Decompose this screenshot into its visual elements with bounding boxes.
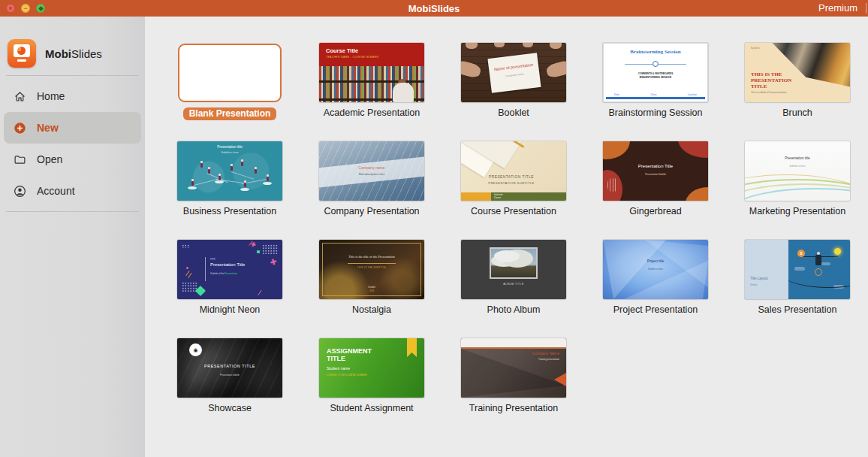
title-line: TITLE: [327, 355, 372, 362]
project-thumbnail: Project title Subtitle is here: [603, 240, 708, 299]
title-bar: × − MobiSlides Premium: [0, 0, 868, 17]
sidebar-divider-bottom: [6, 211, 139, 212]
course-thumbnail: PRESENTATION TITLE PRESENTATION SUBTITLE…: [461, 141, 566, 201]
photo-album-thumbnail: ALBUM TITLE: [461, 240, 566, 299]
template-card-company-presentation[interactable]: Company name Short description is here C…: [319, 141, 424, 219]
template-label: Booklet: [461, 107, 566, 120]
template-card-nostalgia[interactable]: This is the title of the Presentation TH…: [319, 240, 424, 317]
orange-rule: [461, 347, 566, 349]
showcase-thumbnail: ◉ PRESENTATION TITLE Presentation Subtit…: [177, 338, 282, 398]
slide-subtitle: Subtitle of the Presentation: [210, 272, 237, 275]
orange-blob-art: [686, 187, 708, 201]
slide-subtitle: Subtitle is here: [177, 151, 282, 154]
sidebar-item-new[interactable]: New: [4, 112, 141, 144]
template-grid: Blank Presentation Course Title TEACHER …: [177, 43, 868, 416]
brand-name-bold: Mobi: [45, 47, 71, 60]
template-label: Company Presentation: [319, 206, 424, 219]
orange-triangle-art: [554, 373, 566, 386]
slide-subtitle: Company name: [490, 71, 539, 80]
template-label: Gingerbread: [603, 206, 708, 219]
slide-subtitle: Subtitle is here: [603, 268, 708, 271]
template-card-academic-presentation[interactable]: Course Title TEACHER NAME - COURSE NUMBE…: [319, 43, 424, 120]
template-card-gingerbread[interactable]: Presentation Title Presentation Subtitle…: [603, 141, 708, 219]
template-card-course-presentation[interactable]: PRESENTATION TITLE PRESENTATION SUBTITLE…: [461, 141, 566, 219]
nostalgia-thumbnail: This is the title of the Presentation TH…: [319, 240, 424, 299]
template-card-student-assignment[interactable]: ASSIGNMENT TITLE Student name COURSE TIT…: [319, 338, 424, 416]
template-card-training-presentation[interactable]: Company Name Training presentation Train…: [461, 338, 566, 416]
figure-base: [263, 182, 272, 185]
corner-note: By Author: [751, 47, 760, 50]
footer-line: 2018: [319, 290, 424, 292]
dot-grid-art: [262, 244, 279, 254]
template-card-midnight-neon[interactable]: ✚ ✚ Presentation Title Subtitle of the P…: [177, 240, 282, 317]
footer-line: October: [319, 286, 424, 289]
template-card-sales-presentation[interactable]: $ Title Layout Subtitle Sales Presentati…: [745, 240, 850, 317]
person-figure: [207, 167, 210, 174]
unicycle-wheel-art: [815, 268, 822, 276]
template-label: Business Presentation: [177, 206, 282, 219]
template-card-showcase[interactable]: ◉ PRESENTATION TITLE Presentation Subtit…: [177, 338, 282, 416]
template-card-blank-presentation[interactable]: Blank Presentation: [177, 43, 282, 120]
slide-subtitle: TEACHER NAME - COURSE NUMBER: [326, 56, 424, 59]
sidebar-item-open[interactable]: Open: [4, 144, 141, 175]
template-label: Photo Album: [461, 304, 566, 317]
template-label: Student Assignment: [319, 403, 424, 416]
template-label: Marketing Presentation: [745, 206, 850, 219]
footer-item: Date: [614, 93, 619, 96]
title-panel: Title Layout Subtitle: [745, 240, 788, 299]
midnight-neon-thumbnail: ✚ ✚ Presentation Title Subtitle of the P…: [177, 240, 282, 299]
circle-logo-art: ◉: [189, 344, 202, 356]
footer-line: Course: [494, 197, 503, 200]
premium-button[interactable]: Premium: [818, 2, 857, 14]
template-card-booklet[interactable]: Name of presentation Company name Bookle…: [461, 43, 566, 120]
person-figure: [254, 167, 257, 174]
course-text: COURSE TITLE/COURSE NUMBER: [327, 374, 367, 377]
student-figure: [393, 83, 414, 102]
slide-subtitle: This is subtitle of the presentation: [751, 91, 786, 94]
slide-title: Title Layout: [750, 277, 768, 280]
green-square-art: [257, 250, 261, 254]
blank-thumbnail: [177, 43, 282, 102]
template-label: Nostalgia: [319, 304, 424, 317]
light-bulb-art: [834, 248, 841, 255]
template-label: Blank Presentation: [177, 107, 282, 120]
slide-title: This is the title of the Presentation: [319, 255, 424, 259]
title-line: ASSIGNMENT: [327, 347, 372, 355]
bookmark-ribbon-art: [407, 338, 417, 357]
marketing-thumbnail: Presentation title Subtitle is here: [745, 141, 850, 201]
person-figure: [218, 174, 221, 180]
pink-dot-art: [186, 267, 188, 269]
sidebar-item-label: Account: [37, 185, 75, 197]
template-label: Training Presentation: [461, 403, 566, 416]
footer-bar: [606, 97, 705, 99]
sidebar-item-account[interactable]: Account: [4, 175, 141, 207]
sidebar-item-label: Home: [37, 90, 65, 102]
slide-title: Course Title: [326, 47, 424, 54]
slide-subtitle: Subtitle: [750, 283, 757, 286]
person-figure: [266, 174, 269, 181]
template-card-business-presentation[interactable]: Presentation title Subtitle is here: [177, 141, 282, 219]
money-bag-art: $: [797, 250, 805, 257]
template-card-marketing-presentation[interactable]: Presentation title Subtitle is here Mark…: [745, 141, 850, 219]
slash-art: [258, 290, 262, 295]
slide-subtitle: Presentation Subtitle: [177, 374, 282, 377]
template-card-project-presentation[interactable]: Project title Subtitle is here Project P…: [603, 240, 708, 317]
template-gallery: Blank Presentation Course Title TEACHER …: [145, 17, 868, 457]
folder-icon: [13, 153, 26, 166]
sidebar-item-home[interactable]: Home: [4, 80, 141, 112]
template-label: Academic Presentation: [319, 107, 424, 120]
slide-title: ASSIGNMENT TITLE: [327, 347, 372, 363]
person-figure: [243, 180, 246, 187]
template-card-brainstorming-session[interactable]: Brainstorming Session COMMENTS & WHITEBO…: [603, 43, 708, 120]
template-label: Project Presentation: [603, 304, 708, 317]
template-label: Brainstorming Session: [603, 107, 708, 120]
slide-subtitle: Training presentation: [538, 358, 559, 361]
person-figure: [200, 161, 203, 168]
brand: MobiSlides: [0, 17, 145, 75]
template-card-photo-album[interactable]: ALBUM TITLE Photo Album: [461, 240, 566, 317]
template-card-brunch[interactable]: By Author THIS IS THE PRESENTATION TITLE…: [745, 43, 850, 120]
sidebar-item-label: Open: [37, 153, 62, 165]
titlebar-divider: [866, 3, 866, 14]
app-logo-icon: [8, 39, 36, 68]
academic-thumbnail: Course Title TEACHER NAME - COURSE NUMBE…: [319, 43, 424, 102]
